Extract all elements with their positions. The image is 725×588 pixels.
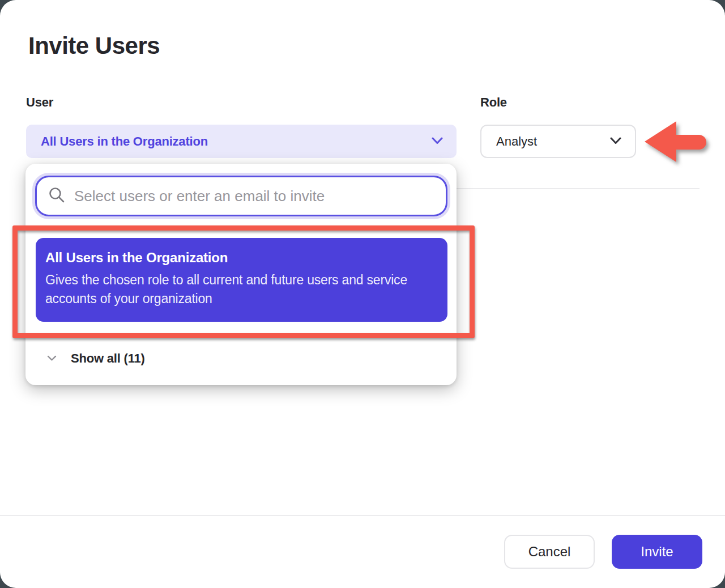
invite-button[interactable]: Invite xyxy=(612,535,702,569)
chevron-down-icon xyxy=(610,137,621,147)
user-dropdown-panel: All Users in the Organization Gives the … xyxy=(25,164,457,385)
user-search-box[interactable] xyxy=(35,176,447,216)
chevron-down-icon xyxy=(47,353,57,364)
role-field-label: Role xyxy=(480,95,507,110)
option-description: Gives the chosen role to all current and… xyxy=(45,271,430,308)
option-all-users[interactable]: All Users in the Organization Gives the … xyxy=(36,238,447,322)
user-field-label: User xyxy=(26,95,53,110)
left-arrow-icon xyxy=(643,119,709,167)
show-all-label: Show all (11) xyxy=(71,351,145,366)
invite-users-dialog: Invite Users User Role All Users in the … xyxy=(0,0,725,588)
search-icon xyxy=(48,186,65,206)
page-title: Invite Users xyxy=(28,32,160,59)
role-select[interactable]: Analyst xyxy=(480,125,636,158)
user-select[interactable]: All Users in the Organization xyxy=(26,125,457,158)
option-title: All Users in the Organization xyxy=(45,250,434,266)
form-divider xyxy=(457,188,700,189)
cancel-button[interactable]: Cancel xyxy=(504,535,595,569)
show-all-toggle[interactable]: Show all (11) xyxy=(25,344,457,373)
role-select-value: Analyst xyxy=(496,134,610,149)
user-search-input[interactable] xyxy=(74,188,436,205)
chevron-down-icon xyxy=(432,137,443,147)
footer-divider xyxy=(0,515,725,516)
user-select-value: All Users in the Organization xyxy=(41,134,432,149)
